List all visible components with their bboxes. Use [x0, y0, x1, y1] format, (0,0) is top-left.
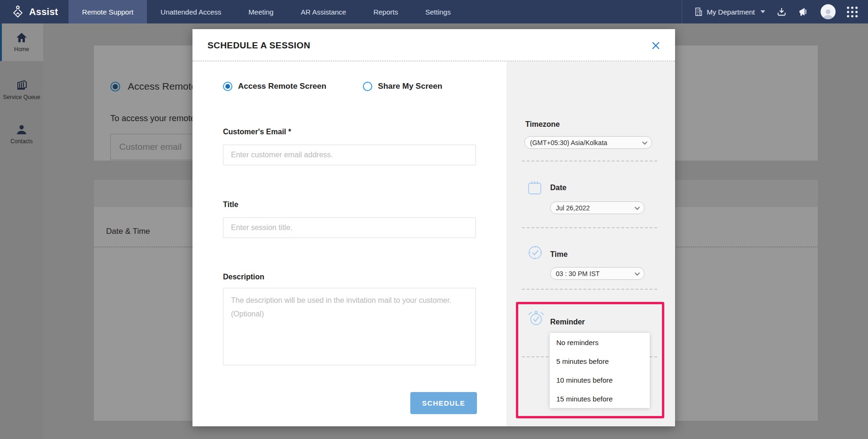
nav-tab-ar-assistance[interactable]: AR Assistance: [287, 0, 360, 23]
download-icon[interactable]: [776, 7, 787, 17]
reminder-options-list: No reminders 5 minutes before 10 minutes…: [550, 333, 650, 408]
apps-grid-icon[interactable]: [847, 7, 858, 17]
department-label: My Department: [707, 8, 755, 16]
nav-tab-meeting[interactable]: Meeting: [235, 0, 287, 23]
nav-tab-settings[interactable]: Settings: [412, 0, 464, 23]
date-value: Jul 26,2022: [556, 204, 590, 212]
alarm-clock-icon: [527, 309, 545, 327]
main-nav: Remote Support Unattended Access Meeting…: [69, 0, 464, 23]
description-textarea[interactable]: [223, 288, 476, 365]
chevron-down-icon: [642, 139, 647, 144]
timezone-label: Timezone: [525, 120, 560, 129]
section-divider: [522, 161, 657, 162]
time-dropdown[interactable]: 03 : 30 PM IST: [550, 267, 645, 280]
navbar-divider: [682, 0, 682, 23]
brand[interactable]: Assist: [0, 0, 69, 23]
reminder-option-no-reminders[interactable]: No reminders: [550, 333, 650, 352]
radio-share-my-screen[interactable]: [363, 82, 372, 91]
section-divider: [522, 227, 657, 228]
department-selector[interactable]: My Department: [694, 7, 765, 16]
navbar-right-cluster: My Department: [682, 0, 868, 23]
description-label: Description: [223, 273, 264, 281]
brand-name: Assist: [29, 7, 58, 17]
clock-icon: [527, 245, 543, 261]
calendar-icon: [527, 180, 542, 196]
nav-tab-remote-support[interactable]: Remote Support: [69, 0, 147, 23]
schedule-button[interactable]: SCHEDULE: [410, 392, 477, 414]
date-label: Date: [550, 184, 567, 192]
chevron-down-icon: [635, 204, 640, 209]
customer-email-input[interactable]: [223, 145, 476, 165]
customer-email-label: Customer's Email *: [223, 128, 291, 136]
schedule-session-modal: SCHEDULE A SESSION Access Remote Screen …: [192, 29, 675, 426]
close-icon[interactable]: [650, 39, 662, 52]
radio-label-share-screen[interactable]: Share My Screen: [378, 82, 442, 91]
timezone-value: (GMT+05:30) Asia/Kolkata: [530, 139, 607, 146]
nav-tab-reports[interactable]: Reports: [360, 0, 412, 23]
top-navbar: Assist Remote Support Unattended Access …: [0, 0, 868, 23]
timezone-dropdown[interactable]: (GMT+05:30) Asia/Kolkata: [524, 136, 652, 149]
session-type-radios: Access Remote Screen Share My Screen: [223, 82, 442, 91]
chevron-down-icon: [760, 10, 765, 13]
user-avatar[interactable]: [821, 4, 836, 19]
app-root: Assist Remote Support Unattended Access …: [0, 0, 868, 439]
radio-access-remote-screen[interactable]: [223, 82, 232, 91]
reminder-option-15-minutes[interactable]: 15 minutes before: [550, 389, 650, 408]
date-dropdown[interactable]: Jul 26,2022: [550, 201, 645, 214]
time-label: Time: [550, 250, 568, 259]
session-title-input[interactable]: [223, 217, 476, 238]
chevron-down-icon: [635, 270, 640, 275]
modal-right-panel: Timezone (GMT+05:30) Asia/Kolkata Date J…: [507, 62, 675, 426]
title-label: Title: [223, 200, 238, 209]
modal-title: SCHEDULE A SESSION: [207, 40, 310, 51]
reminder-option-5-minutes[interactable]: 5 minutes before: [550, 352, 650, 370]
reminder-option-10-minutes[interactable]: 10 minutes before: [550, 370, 650, 389]
announcement-icon[interactable]: [798, 7, 809, 17]
section-divider: [522, 289, 657, 290]
assist-logo-icon: [11, 5, 24, 18]
time-value: 03 : 30 PM IST: [556, 270, 599, 277]
radio-label-access-remote[interactable]: Access Remote Screen: [238, 82, 326, 91]
reminder-label: Reminder: [550, 318, 585, 326]
nav-tab-unattended-access[interactable]: Unattended Access: [147, 0, 235, 23]
building-icon: [694, 7, 703, 16]
modal-header: SCHEDULE A SESSION: [192, 29, 675, 62]
